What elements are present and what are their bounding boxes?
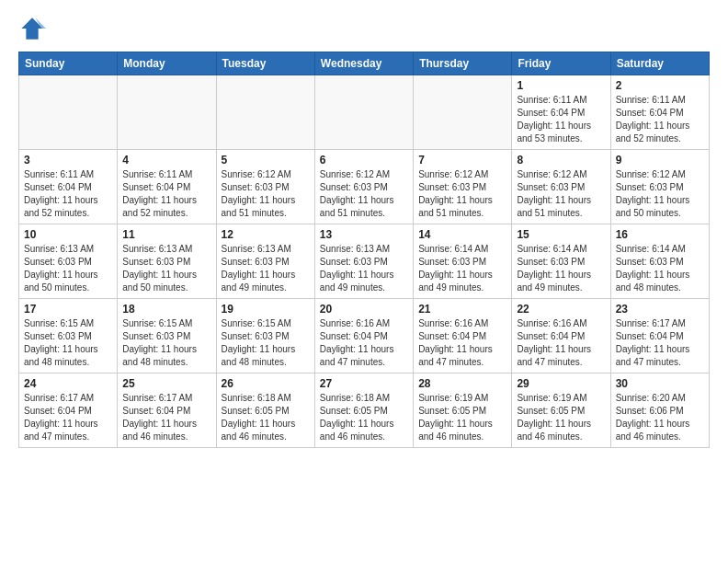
day-number: 9: [616, 154, 704, 167]
day-info: Sunrise: 6:13 AM Sunset: 6:03 PM Dayligh…: [320, 243, 408, 294]
day-number: 4: [122, 154, 210, 167]
day-number: 12: [222, 228, 310, 241]
calendar-day-cell: 17Sunrise: 6:15 AM Sunset: 6:03 PM Dayli…: [19, 299, 118, 373]
calendar-day-cell: 4Sunrise: 6:11 AM Sunset: 6:04 PM Daylig…: [118, 150, 216, 224]
day-number: 24: [24, 377, 112, 390]
day-number: 28: [418, 377, 506, 390]
calendar-header-row: SundayMondayTuesdayWednesdayThursdayFrid…: [19, 52, 710, 75]
calendar-day-cell: [19, 75, 118, 150]
calendar-day-cell: 2Sunrise: 6:11 AM Sunset: 6:04 PM Daylig…: [610, 75, 709, 150]
day-info: Sunrise: 6:18 AM Sunset: 6:05 PM Dayligh…: [320, 392, 408, 443]
logo: [18, 15, 50, 42]
calendar-week-row: 3Sunrise: 6:11 AM Sunset: 6:04 PM Daylig…: [19, 150, 710, 224]
day-info: Sunrise: 6:17 AM Sunset: 6:04 PM Dayligh…: [24, 392, 112, 443]
day-number: 7: [418, 154, 506, 167]
day-info: Sunrise: 6:13 AM Sunset: 6:03 PM Dayligh…: [222, 243, 310, 294]
day-info: Sunrise: 6:11 AM Sunset: 6:04 PM Dayligh…: [616, 94, 704, 145]
calendar-day-cell: 14Sunrise: 6:14 AM Sunset: 6:03 PM Dayli…: [414, 224, 512, 299]
weekday-header: Thursday: [414, 52, 512, 75]
calendar-day-cell: 23Sunrise: 6:17 AM Sunset: 6:04 PM Dayli…: [610, 299, 709, 373]
day-info: Sunrise: 6:17 AM Sunset: 6:04 PM Dayligh…: [616, 317, 704, 369]
day-info: Sunrise: 6:16 AM Sunset: 6:04 PM Dayligh…: [320, 317, 408, 369]
calendar-day-cell: [216, 75, 314, 150]
day-info: Sunrise: 6:17 AM Sunset: 6:04 PM Dayligh…: [122, 392, 210, 443]
day-info: Sunrise: 6:14 AM Sunset: 6:03 PM Dayligh…: [418, 243, 506, 294]
calendar-day-cell: 6Sunrise: 6:12 AM Sunset: 6:03 PM Daylig…: [314, 150, 413, 224]
day-info: Sunrise: 6:14 AM Sunset: 6:03 PM Dayligh…: [616, 243, 704, 294]
day-info: Sunrise: 6:16 AM Sunset: 6:04 PM Dayligh…: [418, 317, 506, 369]
day-info: Sunrise: 6:12 AM Sunset: 6:03 PM Dayligh…: [517, 168, 605, 220]
calendar-day-cell: 22Sunrise: 6:16 AM Sunset: 6:04 PM Dayli…: [512, 299, 610, 373]
day-number: 3: [24, 154, 112, 167]
calendar-day-cell: 29Sunrise: 6:19 AM Sunset: 6:05 PM Dayli…: [512, 373, 610, 448]
day-number: 19: [222, 303, 310, 316]
calendar-day-cell: 1Sunrise: 6:11 AM Sunset: 6:04 PM Daylig…: [512, 75, 610, 150]
calendar-day-cell: [314, 75, 413, 150]
calendar-day-cell: 19Sunrise: 6:15 AM Sunset: 6:03 PM Dayli…: [216, 299, 314, 373]
day-info: Sunrise: 6:15 AM Sunset: 6:03 PM Dayligh…: [122, 317, 210, 369]
day-info: Sunrise: 6:11 AM Sunset: 6:04 PM Dayligh…: [24, 168, 112, 220]
day-info: Sunrise: 6:19 AM Sunset: 6:05 PM Dayligh…: [418, 392, 506, 443]
day-number: 25: [122, 377, 210, 390]
calendar-day-cell: 12Sunrise: 6:13 AM Sunset: 6:03 PM Dayli…: [216, 224, 314, 299]
calendar-day-cell: 16Sunrise: 6:14 AM Sunset: 6:03 PM Dayli…: [610, 224, 709, 299]
calendar-week-row: 17Sunrise: 6:15 AM Sunset: 6:03 PM Dayli…: [19, 299, 710, 373]
day-number: 20: [320, 303, 408, 316]
calendar-day-cell: 5Sunrise: 6:12 AM Sunset: 6:03 PM Daylig…: [216, 150, 314, 224]
day-info: Sunrise: 6:11 AM Sunset: 6:04 PM Dayligh…: [517, 94, 605, 145]
day-info: Sunrise: 6:14 AM Sunset: 6:03 PM Dayligh…: [517, 243, 605, 294]
day-number: 29: [517, 377, 605, 390]
calendar-day-cell: 11Sunrise: 6:13 AM Sunset: 6:03 PM Dayli…: [118, 224, 216, 299]
day-number: 30: [616, 377, 704, 390]
calendar-day-cell: 21Sunrise: 6:16 AM Sunset: 6:04 PM Dayli…: [414, 299, 512, 373]
day-info: Sunrise: 6:16 AM Sunset: 6:04 PM Dayligh…: [517, 317, 605, 369]
day-info: Sunrise: 6:18 AM Sunset: 6:05 PM Dayligh…: [222, 392, 310, 443]
calendar-week-row: 24Sunrise: 6:17 AM Sunset: 6:04 PM Dayli…: [19, 373, 710, 448]
day-number: 15: [517, 228, 605, 241]
calendar-day-cell: 30Sunrise: 6:20 AM Sunset: 6:06 PM Dayli…: [610, 373, 709, 448]
svg-marker-0: [21, 17, 42, 39]
day-number: 2: [616, 79, 704, 92]
day-number: 23: [616, 303, 704, 316]
calendar-day-cell: 20Sunrise: 6:16 AM Sunset: 6:04 PM Dayli…: [314, 299, 413, 373]
day-info: Sunrise: 6:12 AM Sunset: 6:03 PM Dayligh…: [616, 168, 704, 220]
header: [18, 15, 710, 42]
day-number: 26: [222, 377, 310, 390]
calendar-day-cell: 7Sunrise: 6:12 AM Sunset: 6:03 PM Daylig…: [414, 150, 512, 224]
calendar-day-cell: 26Sunrise: 6:18 AM Sunset: 6:05 PM Dayli…: [216, 373, 314, 448]
day-number: 11: [122, 228, 210, 241]
logo-icon: [18, 15, 46, 42]
calendar-day-cell: 25Sunrise: 6:17 AM Sunset: 6:04 PM Dayli…: [118, 373, 216, 448]
day-number: 21: [418, 303, 506, 316]
day-info: Sunrise: 6:13 AM Sunset: 6:03 PM Dayligh…: [24, 243, 112, 294]
day-number: 16: [616, 228, 704, 241]
calendar-day-cell: 9Sunrise: 6:12 AM Sunset: 6:03 PM Daylig…: [610, 150, 709, 224]
day-info: Sunrise: 6:12 AM Sunset: 6:03 PM Dayligh…: [418, 168, 506, 220]
day-number: 27: [320, 377, 408, 390]
day-number: 22: [517, 303, 605, 316]
day-number: 14: [418, 228, 506, 241]
day-number: 8: [517, 154, 605, 167]
day-number: 10: [24, 228, 112, 241]
day-info: Sunrise: 6:11 AM Sunset: 6:04 PM Dayligh…: [122, 168, 210, 220]
day-info: Sunrise: 6:15 AM Sunset: 6:03 PM Dayligh…: [24, 317, 112, 369]
day-number: 17: [24, 303, 112, 316]
day-info: Sunrise: 6:19 AM Sunset: 6:05 PM Dayligh…: [517, 392, 605, 443]
day-info: Sunrise: 6:20 AM Sunset: 6:06 PM Dayligh…: [616, 392, 704, 443]
calendar-day-cell: 15Sunrise: 6:14 AM Sunset: 6:03 PM Dayli…: [512, 224, 610, 299]
weekday-header: Saturday: [610, 52, 709, 75]
calendar-week-row: 1Sunrise: 6:11 AM Sunset: 6:04 PM Daylig…: [19, 75, 710, 150]
calendar-day-cell: [118, 75, 216, 150]
calendar-day-cell: 10Sunrise: 6:13 AM Sunset: 6:03 PM Dayli…: [19, 224, 118, 299]
weekday-header: Monday: [118, 52, 216, 75]
weekday-header: Tuesday: [216, 52, 314, 75]
day-number: 5: [222, 154, 310, 167]
calendar-week-row: 10Sunrise: 6:13 AM Sunset: 6:03 PM Dayli…: [19, 224, 710, 299]
weekday-header: Wednesday: [314, 52, 413, 75]
calendar-day-cell: 3Sunrise: 6:11 AM Sunset: 6:04 PM Daylig…: [19, 150, 118, 224]
calendar-day-cell: 8Sunrise: 6:12 AM Sunset: 6:03 PM Daylig…: [512, 150, 610, 224]
day-info: Sunrise: 6:13 AM Sunset: 6:03 PM Dayligh…: [122, 243, 210, 294]
calendar-day-cell: 28Sunrise: 6:19 AM Sunset: 6:05 PM Dayli…: [414, 373, 512, 448]
day-number: 18: [122, 303, 210, 316]
day-number: 13: [320, 228, 408, 241]
